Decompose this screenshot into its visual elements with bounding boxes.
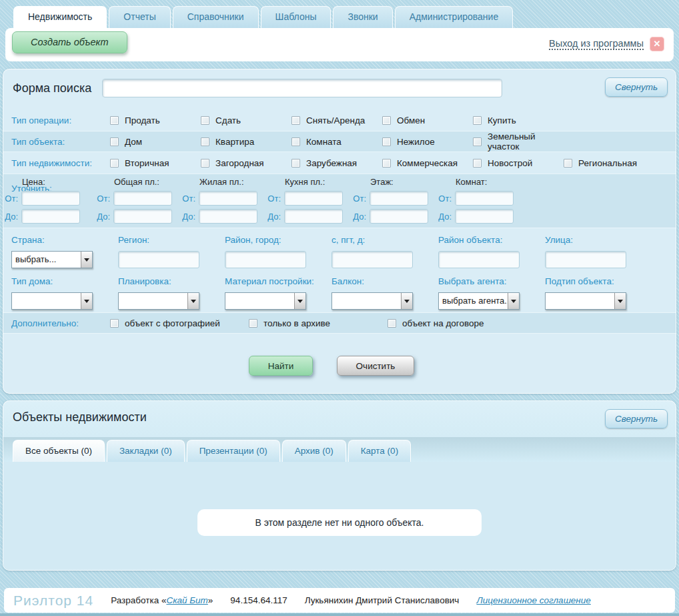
objects-collapse-button[interactable]: Свернуть (605, 409, 668, 428)
kitchen-area-from-input[interactable] (284, 191, 343, 206)
balcony-select[interactable] (331, 292, 413, 310)
close-icon[interactable]: ✕ (650, 37, 664, 51)
checkbox-land-plot[interactable]: Земельный участок (473, 131, 564, 151)
object-district-input[interactable] (438, 251, 520, 268)
developer-link[interactable]: Скай Бит (166, 595, 207, 605)
checkbox-icon[interactable] (564, 159, 572, 168)
chevron-down-icon[interactable] (401, 293, 412, 309)
checkbox-under-contract[interactable]: объект на договоре (388, 318, 526, 328)
checkbox-archive-only[interactable]: только в архиве (249, 318, 388, 328)
location-section: Страна: выбрать... Регион: Район, город:… (3, 228, 676, 312)
checkbox-icon[interactable] (110, 137, 119, 146)
checkbox-icon[interactable] (473, 159, 482, 168)
chevron-down-icon[interactable] (508, 293, 519, 309)
from-label: От: (95, 194, 110, 204)
nav-tab-realty[interactable]: Недвижимость (13, 6, 107, 28)
nav-tab-administration[interactable]: Администрирование (395, 6, 514, 28)
checkbox-icon[interactable] (110, 116, 119, 125)
village-input[interactable] (331, 251, 413, 268)
checkbox-foreign[interactable]: Зарубежная (291, 158, 382, 168)
chevron-down-icon[interactable] (294, 293, 305, 309)
district-city-input[interactable] (225, 251, 306, 268)
floor-from-input[interactable] (370, 191, 428, 206)
checkbox-icon[interactable] (388, 319, 396, 328)
chevron-down-icon[interactable] (81, 293, 92, 309)
kitchen-area-to-input[interactable] (284, 209, 343, 224)
license-agreement-link[interactable]: Лицензионное соглашение (476, 595, 590, 605)
checkbox-icon[interactable] (291, 159, 300, 168)
checkbox-icon[interactable] (473, 116, 482, 125)
additional-row: Дополнительно: объект с фотографией толь… (3, 312, 676, 334)
checkbox-icon[interactable] (201, 159, 209, 168)
rooms-to-input[interactable] (455, 209, 514, 224)
nav-tab-templates[interactable]: Шаблоны (261, 6, 331, 28)
checkbox-apartment[interactable]: Квартира (201, 137, 291, 147)
chevron-down-icon[interactable] (187, 293, 199, 309)
clear-button[interactable]: Очистить (337, 356, 414, 376)
total-area-to-input[interactable] (113, 209, 172, 224)
checkbox-secondary[interactable]: Вторичная (110, 158, 201, 168)
create-object-button[interactable]: Создать объект (12, 31, 127, 53)
checkbox-icon[interactable] (201, 137, 209, 146)
nav-tab-reports[interactable]: Отчеты (109, 6, 170, 28)
checkbox-icon[interactable] (291, 137, 300, 146)
region-input[interactable] (118, 251, 199, 268)
toolbar: Создать объект Выход из программы ✕ (5, 28, 674, 61)
checkbox-room[interactable]: Комната (291, 137, 382, 147)
checkbox-nonresidential[interactable]: Нежилое (382, 137, 473, 147)
checkbox-commercial[interactable]: Коммерческая (382, 158, 473, 168)
material-select[interactable] (225, 292, 306, 310)
checkbox-icon[interactable] (382, 116, 391, 125)
checkbox-rent[interactable]: Снять/Аренда (291, 115, 382, 125)
rooms-from-input[interactable] (455, 191, 514, 206)
operation-type-label: Тип операции: (11, 115, 71, 125)
logout-link[interactable]: Выход из программы (549, 38, 644, 50)
checkbox-icon[interactable] (110, 159, 119, 168)
living-area-from-input[interactable] (199, 191, 257, 206)
checkbox-icon[interactable] (249, 319, 257, 328)
floor-to-input[interactable] (370, 209, 428, 224)
living-area-to-input[interactable] (199, 209, 257, 224)
to-label: До: (181, 212, 195, 222)
checkbox-icon[interactable] (110, 319, 119, 328)
price-to-input[interactable] (21, 209, 80, 224)
search-collapse-button[interactable]: Свернуть (605, 77, 668, 97)
country-label: Страна: (11, 235, 113, 245)
checkbox-buy[interactable]: Купить (473, 115, 564, 125)
find-button[interactable]: Найти (249, 356, 313, 376)
house-type-select[interactable] (11, 292, 93, 310)
checkbox-icon[interactable] (382, 137, 391, 146)
search-query-input[interactable] (102, 79, 502, 97)
checkbox-exchange[interactable]: Обмен (382, 115, 473, 125)
nav-tab-calls[interactable]: Звонки (333, 6, 392, 28)
developer-credit: Разработка «Скай Бит» (111, 595, 213, 605)
checkbox-rent-out[interactable]: Сдать (201, 115, 291, 125)
object-subtype-select[interactable] (545, 292, 626, 310)
nav-tab-directories[interactable]: Справочники (173, 6, 259, 28)
layout-select[interactable] (118, 292, 199, 310)
checkbox-with-photo[interactable]: объект с фотографией (110, 318, 249, 328)
checkbox-icon[interactable] (291, 116, 300, 125)
object-district-label: Район объекта: (438, 235, 540, 245)
chevron-down-icon[interactable] (81, 252, 92, 268)
tab-presentations[interactable]: Презентации (0) (187, 440, 280, 462)
checkbox-sell[interactable]: Продать (110, 115, 201, 125)
checkbox-icon[interactable] (473, 137, 482, 146)
tab-map[interactable]: Карта (0) (348, 440, 411, 462)
chevron-down-icon[interactable] (614, 293, 626, 309)
agent-select[interactable]: выбрать агента... (438, 292, 520, 310)
country-select[interactable]: выбрать... (11, 251, 93, 268)
total-area-from-input[interactable] (113, 191, 172, 206)
street-input[interactable] (545, 251, 626, 268)
checkbox-newbuild[interactable]: Новострой (473, 158, 564, 168)
checkbox-icon[interactable] (201, 116, 209, 125)
to-label: До: (266, 212, 281, 222)
tab-all-objects[interactable]: Все объекты (0) (13, 440, 105, 462)
checkbox-regional[interactable]: Региональная (564, 158, 654, 168)
price-from-input[interactable] (21, 191, 80, 206)
checkbox-house[interactable]: Дом (110, 137, 201, 147)
tab-bookmarks[interactable]: Закладки (0) (107, 440, 185, 462)
checkbox-suburban[interactable]: Загородная (201, 158, 291, 168)
tab-archive[interactable]: Архив (0) (282, 440, 346, 462)
checkbox-icon[interactable] (382, 159, 391, 168)
